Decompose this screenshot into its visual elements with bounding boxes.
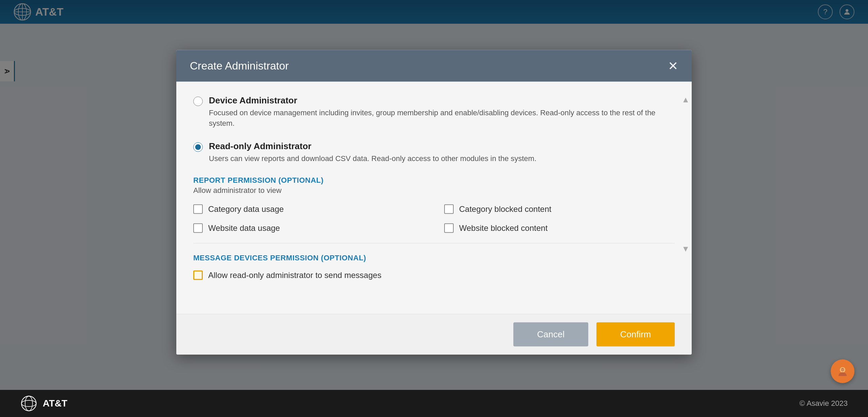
- report-permission-title: REPORT PERMISSION (OPTIONAL): [193, 176, 675, 185]
- dialog-title: Create Administrator: [190, 60, 289, 72]
- readonly-admin-title: Read-only Administrator: [209, 141, 536, 151]
- scroll-down-indicator: ▼: [682, 244, 690, 254]
- report-permission-checkboxes: Category data usage Category blocked con…: [193, 204, 675, 233]
- readonly-admin-label-group: Read-only Administrator Users can view r…: [209, 141, 536, 164]
- chat-bubble-icon: [836, 364, 849, 378]
- bottom-bar: AT&T © Asavie 2023: [0, 390, 868, 417]
- dialog-footer: Cancel Confirm: [176, 314, 692, 355]
- cancel-button[interactable]: Cancel: [513, 322, 588, 346]
- device-admin-radio[interactable]: [193, 97, 203, 106]
- svg-point-8: [21, 400, 36, 406]
- checkbox-item-cat-blocked-content: Category blocked content: [444, 204, 675, 214]
- svg-point-10: [841, 368, 844, 372]
- checkbox-item-web-data-usage: Website data usage: [193, 223, 424, 233]
- dialog-body: Device Administrator Focused on device m…: [176, 82, 692, 314]
- message-permission-title: MESSAGE DEVICES PERMISSION (OPTIONAL): [193, 254, 675, 262]
- web-data-usage-checkbox[interactable]: [193, 223, 203, 233]
- web-blocked-content-checkbox[interactable]: [444, 223, 454, 233]
- copyright-text: © Asavie 2023: [800, 399, 848, 408]
- confirm-button[interactable]: Confirm: [596, 322, 675, 346]
- bottom-logo: AT&T: [20, 395, 67, 412]
- checkbox-item-cat-data-usage: Category data usage: [193, 204, 424, 214]
- device-admin-title: Device Administrator: [209, 95, 675, 106]
- cat-data-usage-label: Category data usage: [208, 204, 284, 214]
- message-permission-section: MESSAGE DEVICES PERMISSION (OPTIONAL): [193, 254, 675, 262]
- message-permission-checkboxes: Allow read-only administrator to send me…: [193, 271, 675, 280]
- readonly-admin-radio[interactable]: [193, 142, 203, 152]
- svg-point-7: [25, 396, 33, 411]
- allow-messages-checkbox[interactable]: [193, 271, 203, 280]
- cat-data-usage-checkbox[interactable]: [193, 204, 203, 214]
- svg-point-6: [21, 396, 36, 411]
- chat-bubble[interactable]: [831, 359, 854, 383]
- radio-option-readonly-admin: Read-only Administrator Users can view r…: [193, 141, 675, 164]
- allow-messages-label: Allow read-only administrator to send me…: [208, 271, 381, 280]
- device-admin-label-group: Device Administrator Focused on device m…: [209, 95, 675, 129]
- footer-att-logo-icon: [20, 395, 37, 412]
- report-permission-subtitle: Allow administrator to view: [193, 186, 675, 195]
- web-blocked-content-label: Website blocked content: [459, 223, 548, 233]
- cat-blocked-content-checkbox[interactable]: [444, 204, 454, 214]
- footer-att-wordmark: AT&T: [43, 398, 67, 409]
- report-permission-section: REPORT PERMISSION (OPTIONAL) Allow admin…: [193, 176, 675, 195]
- readonly-admin-desc: Users can view reports and download CSV …: [209, 153, 536, 164]
- dialog-header: Create Administrator ✕: [176, 50, 692, 82]
- close-icon[interactable]: ✕: [668, 60, 678, 72]
- create-administrator-dialog: Create Administrator ✕ Device Administra…: [176, 50, 692, 355]
- checkbox-item-allow-messages: Allow read-only administrator to send me…: [193, 271, 675, 280]
- scroll-up-indicator: ▲: [682, 95, 690, 104]
- radio-option-device-admin: Device Administrator Focused on device m…: [193, 95, 675, 129]
- section-divider: [193, 243, 675, 243]
- web-data-usage-label: Website data usage: [208, 223, 280, 233]
- cat-blocked-content-label: Category blocked content: [459, 204, 551, 214]
- checkbox-item-web-blocked-content: Website blocked content: [444, 223, 675, 233]
- device-admin-desc: Focused on device management including i…: [209, 108, 675, 129]
